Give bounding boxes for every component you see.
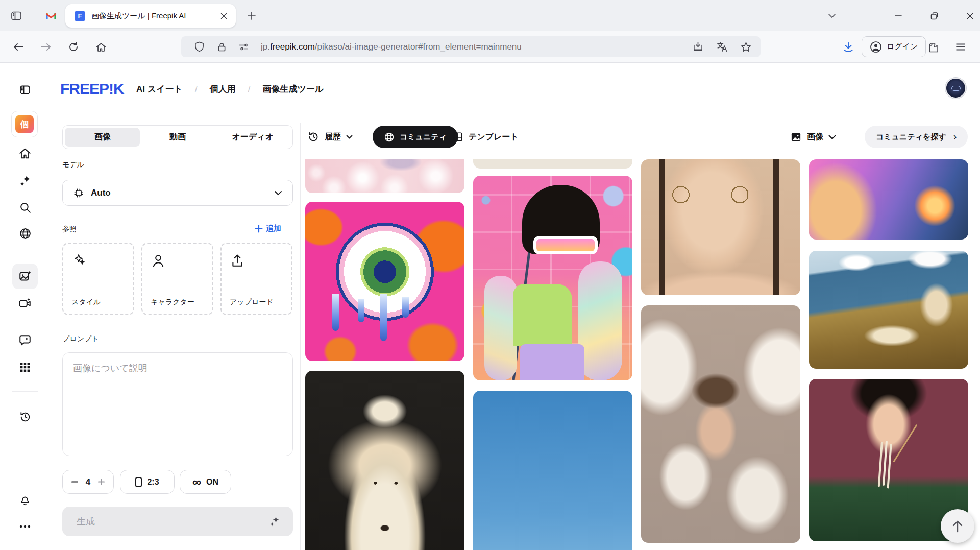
close-icon [220, 13, 227, 19]
tabstrip-divider [32, 9, 32, 22]
tab-close-button[interactable] [217, 10, 230, 22]
pinned-tab-gmail[interactable] [42, 7, 60, 25]
count-decrease-button[interactable] [69, 476, 81, 488]
translate-button[interactable] [715, 40, 728, 54]
panel-divider [300, 123, 301, 550]
gallery-image-pop-singer[interactable] [473, 176, 632, 380]
gallery-image-braids-girl[interactable] [641, 159, 800, 295]
prompt-label: プロンプト [62, 334, 99, 344]
hamburger-menu-icon [955, 43, 966, 51]
sidebar-item-more[interactable] [18, 519, 32, 534]
add-reference-button[interactable]: 追加 [255, 224, 281, 233]
sidebar-item-video-generator[interactable] [18, 296, 32, 310]
workspace-avatar: 個 [15, 115, 34, 133]
sidebar-item-notifications[interactable] [18, 492, 32, 507]
window-minimize-button[interactable] [890, 8, 907, 23]
plus-icon [247, 11, 256, 20]
reload-button[interactable] [63, 37, 84, 57]
home-icon [95, 42, 107, 53]
sidebar-item-home[interactable] [18, 146, 32, 160]
app-menu-button[interactable] [950, 37, 971, 57]
community-tab-button[interactable]: コミュニティ [373, 126, 458, 148]
url-text[interactable]: jp.freepik.com/pikaso/ai-image-generator… [261, 42, 522, 52]
site-permissions-icon[interactable] [237, 40, 251, 54]
freepik-logo[interactable]: FREEP!K [60, 80, 124, 98]
bookmark-star-button[interactable] [739, 40, 752, 54]
prompt-input[interactable] [62, 352, 293, 456]
sidebar-item-apps-grid[interactable] [18, 360, 32, 374]
decoration [893, 424, 918, 462]
forward-arrow-icon [40, 42, 52, 52]
endless-generation-toggle[interactable]: ∞ ON [180, 470, 231, 494]
gallery-image-eye-art[interactable] [305, 202, 464, 361]
new-tab-button[interactable] [244, 8, 259, 23]
explore-community-button[interactable]: コミュニティを探す › [865, 126, 968, 148]
save-page-button[interactable] [691, 40, 704, 54]
workspace-switcher-button[interactable]: 個 [11, 111, 38, 137]
window-close-button[interactable] [961, 8, 978, 23]
history-dropdown-button[interactable]: 履歴 [307, 126, 353, 148]
gallery-image-cliff-couple[interactable] [809, 251, 968, 369]
sidebar-item-ai-chat[interactable] [18, 333, 32, 347]
active-tab[interactable]: F 画像生成ツール | Freepik AI [65, 4, 236, 28]
count-increase-button[interactable] [95, 476, 107, 488]
bell-icon [19, 493, 31, 506]
home-button[interactable] [91, 37, 111, 57]
breadcrumb-tool[interactable]: 画像生成ツール [262, 83, 324, 95]
tab-video[interactable]: 動画 [140, 128, 215, 147]
url-bar[interactable]: jp.freepik.com/pikaso/ai-image-generator… [181, 36, 761, 57]
sidebar-item-search[interactable] [18, 200, 32, 214]
apps-grid-icon [19, 361, 31, 373]
tab-audio[interactable]: オーディオ [215, 128, 290, 147]
content-type-dropdown[interactable]: 画像 [790, 126, 836, 148]
gallery-image-sparkle[interactable] [305, 159, 464, 193]
lock-icon[interactable] [215, 40, 228, 54]
decoration [520, 344, 584, 380]
shield-icon[interactable] [192, 40, 206, 54]
forward-button[interactable] [36, 37, 56, 57]
character-person-icon [152, 254, 165, 268]
window-restore-button[interactable] [925, 8, 943, 23]
template-tab-button[interactable]: テンプレート [452, 126, 519, 148]
community-gallery [305, 159, 968, 550]
history-label: 履歴 [325, 132, 341, 142]
tab-list-dropdown-button[interactable] [823, 8, 841, 23]
close-icon [966, 12, 974, 20]
back-button[interactable] [8, 37, 29, 57]
upload-reference-card[interactable]: アップロード [220, 243, 292, 315]
account-login-button[interactable]: ログイン [862, 36, 926, 57]
tab-image[interactable]: 画像 [65, 128, 140, 147]
rail-divider [12, 391, 38, 392]
sidebar-item-ai-tools[interactable] [18, 174, 32, 188]
extensions-button[interactable] [923, 37, 943, 57]
tab-sidebar-toggle-button[interactable] [8, 8, 24, 23]
profile-avatar[interactable] [945, 78, 966, 99]
scroll-to-top-button[interactable] [941, 509, 974, 543]
breadcrumb-suite[interactable]: AI スイート [136, 83, 183, 95]
model-select[interactable]: Auto [62, 180, 293, 206]
style-reference-card[interactable]: スタイル [62, 243, 134, 315]
downloads-button[interactable] [838, 37, 859, 57]
gallery-image-white-dog[interactable] [305, 371, 464, 550]
gallery-image-statues[interactable] [641, 305, 800, 543]
aspect-ratio-button[interactable]: 2:3 [120, 470, 175, 494]
sidebar-item-history[interactable] [18, 410, 32, 424]
arrow-up-icon [951, 519, 964, 533]
gallery-image-neon-sunset[interactable] [809, 159, 968, 240]
sidebar-item-explore[interactable] [18, 226, 32, 241]
restore-icon [930, 12, 938, 20]
breadcrumb-personal[interactable]: 個人用 [210, 83, 236, 95]
upload-icon [231, 254, 244, 268]
character-reference-card[interactable]: キャラクター [141, 243, 213, 315]
generate-button[interactable]: 生成 [62, 507, 293, 536]
gallery-image-beige[interactable] [473, 159, 632, 169]
video-generate-icon [18, 297, 32, 309]
collapse-panel-button[interactable] [18, 83, 32, 97]
sidebar-item-image-generator[interactable] [18, 269, 32, 283]
decoration [484, 276, 517, 380]
image-icon [790, 131, 802, 143]
gallery-image-sky-girl[interactable] [473, 391, 632, 550]
media-type-tabs: 画像 動画 オーディオ [62, 125, 293, 149]
save-page-icon [693, 41, 703, 52]
freepik-favicon: F [75, 11, 85, 21]
